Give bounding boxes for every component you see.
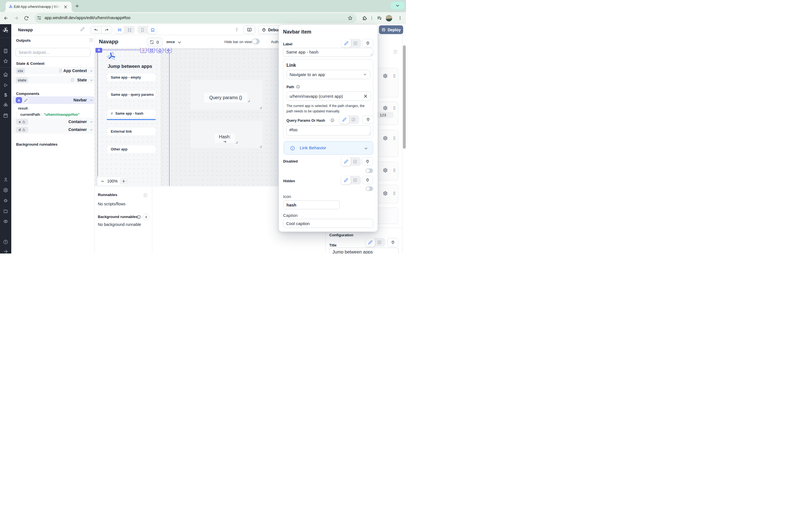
svg-text:f: f (355, 160, 356, 163)
svg-text:f: f (379, 241, 380, 244)
svg-text:f: f (355, 179, 356, 182)
svg-text:f: f (355, 42, 356, 45)
svg-text:f: f (353, 118, 354, 121)
